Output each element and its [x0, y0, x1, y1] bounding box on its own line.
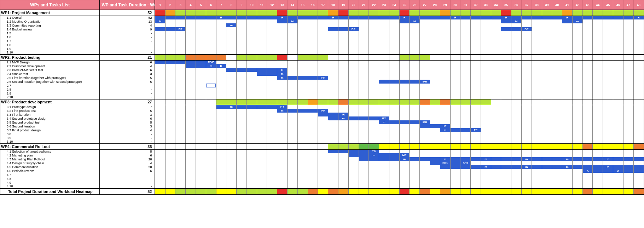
cell	[420, 136, 430, 140]
cell	[623, 153, 633, 157]
cell	[562, 47, 573, 51]
task-label: 2.9	[0, 91, 100, 95]
cell	[613, 99, 623, 105]
cell	[511, 132, 522, 136]
cell	[338, 60, 348, 64]
cell	[593, 149, 603, 153]
cell	[481, 16, 491, 19]
cell	[420, 72, 430, 76]
cell	[257, 128, 267, 132]
cell	[593, 184, 603, 188]
cell	[348, 95, 359, 99]
cell	[542, 95, 552, 99]
cell	[216, 23, 226, 27]
cell	[471, 153, 481, 157]
cell	[288, 113, 298, 116]
week-header-7: 7	[216, 0, 226, 10]
cell	[348, 51, 359, 55]
cell	[613, 153, 623, 157]
cell	[460, 173, 471, 177]
cell	[511, 10, 522, 16]
cell	[246, 84, 257, 87]
task-row: 2.6 Second Iteration (together with seco…	[0, 80, 644, 84]
cell	[359, 169, 369, 173]
cell	[359, 51, 369, 55]
cell	[420, 169, 430, 173]
cell	[359, 140, 369, 144]
cell	[348, 10, 359, 16]
cell	[481, 99, 491, 105]
cell	[267, 140, 277, 144]
cell	[501, 140, 511, 144]
cell	[226, 10, 237, 16]
cell	[582, 140, 593, 144]
cell	[501, 80, 511, 84]
cell	[216, 173, 226, 177]
cell: IR	[338, 113, 348, 116]
cell	[175, 80, 186, 84]
cell	[237, 64, 247, 68]
cell	[206, 51, 216, 55]
cell	[623, 10, 633, 16]
cell	[237, 188, 247, 195]
task-row: 3.3 First iteration3IR	[0, 113, 644, 116]
cell	[603, 136, 613, 140]
cell	[511, 173, 522, 177]
cell	[288, 84, 298, 87]
cell	[511, 109, 522, 113]
cell	[593, 173, 603, 177]
cell	[288, 157, 298, 161]
cell	[633, 105, 644, 109]
cell	[297, 105, 308, 109]
cell	[430, 149, 440, 153]
cell	[430, 68, 440, 72]
cell	[257, 113, 267, 116]
cell	[277, 47, 288, 51]
cell	[288, 87, 298, 91]
cell	[257, 161, 267, 165]
cell	[328, 19, 338, 23]
cell	[552, 72, 562, 76]
cell	[297, 136, 308, 140]
cell	[410, 157, 420, 161]
cell	[246, 68, 257, 72]
cell	[206, 128, 216, 132]
cell	[328, 132, 338, 136]
cell	[359, 91, 369, 95]
cell	[440, 64, 450, 68]
cell	[318, 87, 328, 91]
cell	[318, 157, 328, 161]
cell	[522, 188, 532, 195]
cell	[389, 99, 399, 105]
cell	[501, 99, 511, 105]
cell	[186, 128, 196, 132]
cell	[318, 84, 328, 87]
cell	[420, 91, 430, 95]
cell	[491, 16, 501, 19]
cell	[532, 165, 542, 169]
cell	[318, 51, 328, 55]
week-header-39: 39	[542, 0, 552, 10]
cell	[379, 140, 389, 144]
cell	[277, 87, 288, 91]
cell	[165, 47, 175, 51]
cell	[267, 68, 277, 72]
cell	[633, 140, 644, 144]
cell	[450, 128, 460, 132]
cell	[318, 10, 328, 16]
cell	[633, 132, 644, 136]
cell	[450, 60, 460, 64]
cell	[542, 60, 552, 64]
wp-row-WP1: WP1: Project Management52	[0, 10, 644, 16]
cell	[246, 173, 257, 177]
cell	[603, 113, 613, 116]
cell: R	[277, 68, 288, 72]
cell	[308, 55, 318, 60]
cell	[399, 76, 410, 80]
cell	[308, 68, 318, 72]
cell	[633, 149, 644, 153]
task-label: 2.7	[0, 84, 100, 87]
cell	[593, 19, 603, 23]
cell	[603, 19, 613, 23]
cell	[288, 60, 298, 64]
